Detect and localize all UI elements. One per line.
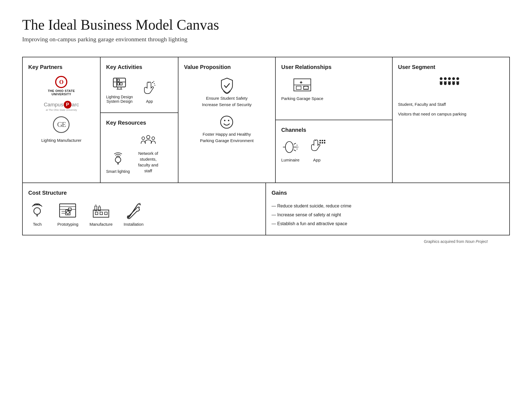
- garage-icon: [293, 76, 312, 94]
- ge-logo: GE: [28, 116, 94, 133]
- channels-icons: Luminaire: [281, 139, 386, 162]
- svg-point-48: [448, 82, 451, 85]
- network-label: Network ofstudents,faculty andstaff: [138, 150, 158, 174]
- svg-point-9: [152, 82, 153, 83]
- svg-rect-72: [100, 212, 103, 215]
- key-resources-icons: Smart lighting: [106, 132, 172, 174]
- user-relationships-header: User Relationships: [281, 64, 386, 70]
- safety-icon: [217, 76, 237, 95]
- happy-item: Foster Happy and Healthy Parking Garage …: [184, 113, 270, 144]
- app-activity-icon: [141, 80, 158, 97]
- app-channel-label: App: [313, 158, 321, 162]
- cost-structure-cell: Cost Structure Tech: [23, 183, 266, 235]
- svg-point-51: [34, 208, 40, 214]
- svg-point-13: [115, 157, 121, 163]
- svg-point-44: [452, 77, 455, 80]
- svg-point-41: [440, 77, 443, 80]
- value-proposition-cell: Value Proposition Ensure Student Safety …: [178, 57, 276, 183]
- luminaire-icon: [282, 139, 300, 155]
- tech-icon: [28, 202, 46, 220]
- tech-item: Tech: [28, 202, 46, 227]
- happy-icon: [218, 113, 236, 131]
- gains-list: Reduce student suicide, reduce crime Inc…: [272, 202, 504, 228]
- manufacture-icon: [91, 202, 111, 220]
- svg-point-49: [452, 82, 455, 85]
- channels-header: Channels: [281, 127, 386, 133]
- svg-rect-40: [324, 142, 325, 143]
- user-relationships-cell: User Relationships: [276, 57, 392, 183]
- lighting-design-icon: [111, 76, 128, 93]
- svg-point-32: [296, 145, 297, 146]
- svg-line-29: [294, 143, 296, 144]
- user-rel-top: User Relationships: [276, 57, 392, 120]
- smart-lighting-label: Smart lighting: [106, 169, 130, 174]
- svg-point-11: [155, 85, 155, 86]
- svg-point-63: [66, 211, 69, 214]
- lighting-manufacturer-label: Lighting Manufacturer: [28, 138, 94, 143]
- key-activities-icons: Lighting Design System Design: [106, 76, 172, 104]
- svg-point-46: [440, 82, 443, 85]
- key-activities-header: Key Activities: [106, 64, 172, 70]
- key-activities-cell: Key Activities: [101, 57, 178, 183]
- svg-point-12: [154, 81, 154, 82]
- network-icon: [140, 132, 157, 148]
- user-segment-header: User Segment: [398, 64, 504, 70]
- svg-rect-4: [120, 83, 122, 85]
- svg-point-10: [154, 83, 155, 84]
- svg-rect-38: [319, 142, 321, 143]
- svg-rect-5: [117, 79, 119, 81]
- svg-point-20: [221, 116, 233, 128]
- page-subtitle: Improving on-campus parking garage envir…: [22, 36, 510, 43]
- footer-note: Graphics acquired from Noun Project: [22, 235, 510, 248]
- svg-rect-39: [322, 142, 323, 143]
- installation-item: Installation: [124, 202, 144, 227]
- tech-label: Tech: [33, 222, 42, 227]
- user-rel-icons: Parking Garage Space: [281, 76, 386, 101]
- svg-point-34: [296, 149, 297, 150]
- safety-label: Ensure Student Safety Increase Sense of …: [202, 95, 252, 108]
- svg-line-31: [294, 150, 296, 151]
- svg-point-43: [448, 77, 451, 80]
- visitors-label: Visitors that need on campus parking: [398, 111, 504, 117]
- osu-logo: O THE OHIO STATEUNIVERSITY: [28, 76, 94, 96]
- noun-project-italic: Noun Project: [465, 239, 488, 244]
- gain-item-3: Establish a fun and attractive space: [272, 219, 504, 228]
- key-partners-cell: Key Partners O THE OHIO STATEUNIVERSITY …: [23, 57, 101, 183]
- gain-item-1: Reduce student suicide, reduce crime: [272, 202, 504, 210]
- value-proposition-header: Value Proposition: [184, 64, 270, 70]
- garage-space-label: Parking Garage Space: [281, 96, 323, 101]
- app-activity-item: App: [141, 80, 158, 104]
- manufacture-label: Manufacture: [89, 222, 112, 227]
- luminaire-label: Luminaire: [281, 158, 300, 162]
- prototyping-label: Prototyping: [57, 222, 78, 227]
- svg-point-50: [456, 82, 459, 85]
- smart-lighting-item: Smart lighting: [106, 150, 130, 174]
- key-resources-header: Key Resources: [106, 120, 172, 126]
- manufacture-item: Manufacture: [89, 202, 112, 227]
- canvas-top-row: Key Partners O THE OHIO STATEUNIVERSITY …: [23, 57, 509, 183]
- lighting-design-item: Lighting Design System Design: [106, 76, 133, 104]
- svg-point-47: [444, 82, 447, 85]
- happy-label: Foster Happy and Healthy Parking Garage …: [200, 131, 254, 144]
- svg-point-22: [228, 120, 229, 121]
- prototyping-icon: [57, 202, 78, 220]
- app-channel-item: App: [308, 139, 326, 162]
- installation-label: Installation: [124, 222, 144, 227]
- gains-header: Gains: [272, 190, 504, 196]
- safety-item: Ensure Student Safety Increase Sense of …: [184, 76, 270, 108]
- svg-rect-25: [296, 86, 301, 89]
- svg-rect-37: [324, 140, 325, 141]
- svg-rect-35: [319, 140, 321, 141]
- garage-space-item: Parking Garage Space: [281, 76, 323, 101]
- smart-lighting-icon: [110, 150, 126, 167]
- gain-item-2: Increase sense of safety at night: [272, 210, 504, 219]
- lighting-design-label: Lighting Design System Design: [106, 95, 133, 104]
- cost-structure-header: Cost Structure: [28, 190, 260, 196]
- svg-point-19: [152, 137, 155, 140]
- gains-cell: Gains Reduce student suicide, reduce cri…: [266, 183, 509, 235]
- key-resources-cell: Key Resources: [101, 113, 178, 183]
- svg-point-33: [297, 147, 298, 148]
- people-icon-container: [398, 76, 504, 96]
- cost-icons-row: Tech: [28, 202, 260, 227]
- installation-icon: [124, 202, 143, 220]
